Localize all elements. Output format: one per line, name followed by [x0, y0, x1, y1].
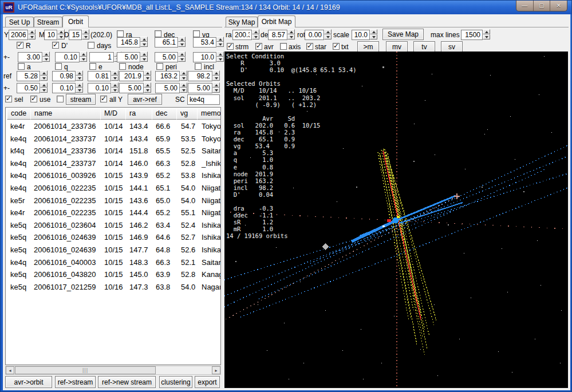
node-tol-input[interactable] [119, 83, 144, 93]
spin-up-button[interactable] [287, 29, 295, 34]
spin-down-button[interactable] [180, 76, 187, 81]
spin-up-button[interactable] [40, 70, 48, 76]
sv-button[interactable]: sv [441, 41, 463, 52]
a-tol-input[interactable] [17, 83, 40, 93]
day-field[interactable] [69, 29, 82, 39]
peri-tol-input[interactable] [155, 83, 180, 93]
table-row[interactable]: ke4r20061014_23373610/14143.466.654.7Tok… [6, 121, 220, 133]
column-header-md[interactable]: M/D [100, 108, 126, 120]
dp-tol-input[interactable] [55, 52, 80, 62]
incl-ref-input[interactable] [188, 71, 212, 81]
tab-stream[interactable]: Stream [34, 17, 62, 27]
spin-down-button[interactable] [140, 42, 148, 47]
e-tol-input[interactable] [88, 83, 111, 93]
mv-button[interactable]: mv [386, 41, 408, 52]
spin-up-button[interactable] [370, 29, 377, 34]
ra-value-field[interactable] [117, 37, 140, 47]
tab-set-up[interactable]: Set Up [5, 17, 34, 27]
ref-to-new-stream-button[interactable]: ref->new stream [98, 376, 156, 388]
dec-value-spinner[interactable] [178, 37, 186, 47]
month-input[interactable] [44, 30, 57, 40]
spin-down-button[interactable] [28, 34, 35, 39]
year-input[interactable] [9, 30, 28, 40]
day-spinner[interactable] [82, 29, 89, 39]
spin-up-button[interactable] [216, 52, 224, 57]
column-header-name[interactable]: name [30, 108, 101, 120]
a-ref-field[interactable] [17, 70, 40, 81]
dec-value-field[interactable] [155, 37, 178, 47]
incl-tol-field[interactable] [188, 82, 212, 93]
table-row[interactable]: ke5q20061016_02463910/15146.964.652.7Ish… [6, 232, 220, 244]
sel-checkbox[interactable] [5, 96, 12, 102]
export-button[interactable]: export [195, 376, 220, 388]
dp-tol-spinner[interactable] [80, 52, 87, 62]
e-ref-spinner[interactable] [111, 70, 119, 81]
spin-down-button[interactable] [287, 34, 295, 39]
days-val-input[interactable] [89, 52, 114, 62]
node-ref-input[interactable] [119, 71, 144, 81]
map-dec-input[interactable] [268, 30, 287, 40]
spin-up-button[interactable] [82, 29, 89, 34]
map-rot-spinner[interactable] [324, 29, 332, 39]
incl-tol-input[interactable] [188, 83, 212, 93]
vg-tol-field[interactable] [193, 52, 216, 62]
max-lines-spinner[interactable] [483, 29, 490, 39]
r-tol-field[interactable] [18, 52, 42, 62]
spin-up-button[interactable] [140, 37, 148, 42]
sc-field[interactable] [187, 94, 220, 104]
spin-up-button[interactable] [80, 52, 87, 57]
q-checkbox[interactable] [55, 63, 62, 70]
incl-ref-spinner[interactable] [212, 70, 220, 81]
r-tol-spinner[interactable] [42, 52, 50, 62]
scroll-right-icon[interactable]: ▸ [212, 366, 220, 374]
table-row[interactable]: ke5q20061016_02463910/15147.764.852.6Ish… [6, 244, 220, 257]
spin-down-button[interactable] [76, 88, 83, 93]
a-tol-spinner[interactable] [40, 82, 48, 93]
vg-value-input[interactable] [193, 37, 216, 47]
spin-up-button[interactable] [42, 52, 50, 57]
ra-value-spinner[interactable] [140, 37, 148, 47]
peri-tol-spinner[interactable] [180, 82, 187, 93]
spin-up-button[interactable] [111, 70, 119, 76]
map-ra-field[interactable] [232, 29, 252, 39]
table-row[interactable]: ke4q20061016_02223510/15144.165.154.0Nii… [6, 183, 220, 195]
spin-down-button[interactable] [212, 76, 220, 81]
r-tol-input[interactable] [18, 52, 42, 62]
vg-value-field[interactable] [193, 37, 216, 47]
max-lines-field[interactable] [461, 29, 483, 39]
spin-up-button[interactable] [76, 70, 83, 76]
txt-checkbox[interactable] [333, 43, 340, 50]
dec-tol-input[interactable] [155, 52, 178, 62]
node-tol-field[interactable] [119, 82, 144, 93]
table-row[interactable]: ke5q20061017_02125910/16147.363.854.0Nag… [6, 282, 220, 294]
spin-down-button[interactable] [80, 57, 87, 62]
map-dec-field[interactable] [268, 29, 287, 39]
map-scale-input[interactable] [352, 30, 370, 40]
map-rot-input[interactable] [305, 30, 324, 40]
star-checkbox[interactable] [306, 43, 313, 50]
spin-up-button[interactable] [178, 52, 186, 57]
map-ra-input[interactable] [232, 30, 252, 40]
e-tol-spinner[interactable] [111, 82, 119, 93]
spin-up-button[interactable] [212, 82, 220, 88]
dp-tol-field[interactable] [55, 52, 80, 62]
map-ra-spinner[interactable] [252, 29, 259, 39]
q-ref-field[interactable] [52, 70, 76, 81]
column-header-ra[interactable]: ra [125, 108, 152, 120]
stream-checkbox[interactable] [57, 96, 64, 102]
all-y-checkbox[interactable] [100, 96, 107, 102]
table-row[interactable]: ke4q20061014_23373710/14146.066.352.8_Is… [6, 158, 220, 171]
avr-to-orbit-button[interactable]: avr->orbit [5, 376, 52, 388]
ra-tol-spinner[interactable] [140, 52, 148, 62]
incl-ref-field[interactable] [188, 70, 212, 81]
spin-down-button[interactable] [483, 34, 490, 39]
scroll-left-icon[interactable]: ◂ [6, 366, 14, 374]
vg-tol-input[interactable] [193, 52, 216, 62]
save-map-button[interactable]: Save Map [382, 29, 424, 40]
spin-down-button[interactable] [144, 76, 151, 81]
map-scale-spinner[interactable] [370, 29, 377, 39]
spin-down-button[interactable] [76, 76, 83, 81]
use-checkbox[interactable] [30, 96, 37, 102]
table-row[interactable]: ke4q20061014_23373710/14143.465.953.5Tok… [6, 133, 220, 146]
tab-orbit-map[interactable]: Orbit Map [258, 15, 295, 27]
